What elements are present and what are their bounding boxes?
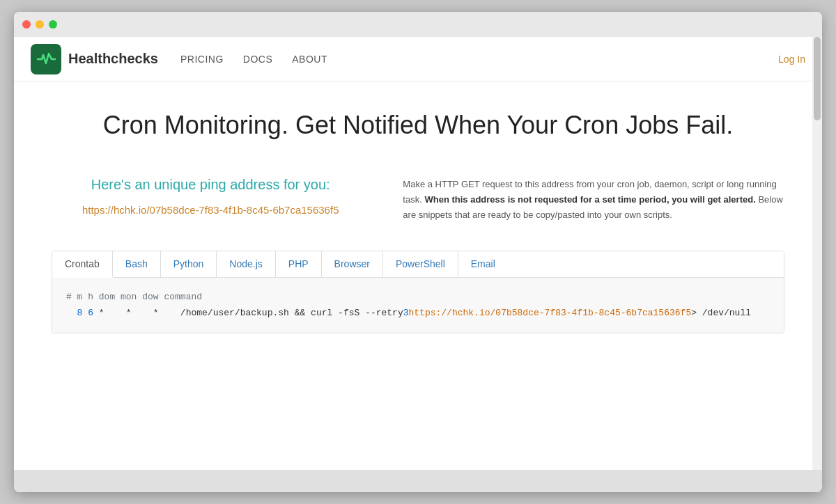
tab-browser[interactable]: Browser — [322, 251, 383, 277]
tab-email[interactable]: Email — [458, 251, 508, 277]
browser-content: Healthchecks PRICING DOCS ABOUT Log In C… — [14, 37, 822, 470]
nav-about[interactable]: ABOUT — [292, 54, 327, 65]
main-content: Cron Monitoring. Get Notified When Your … — [35, 81, 801, 361]
nav-pricing[interactable]: PRICING — [180, 54, 224, 65]
scrollbar-track[interactable] — [812, 37, 822, 470]
code-numbers: 8 6 — [66, 305, 93, 321]
code-command-start: /home/user/backup.sh && curl -fsS --retr… — [180, 305, 403, 321]
code-comment-line: # m h dom mon dow command — [66, 289, 770, 305]
close-button[interactable] — [22, 20, 31, 29]
ping-section: Here's an unique ping address for you: h… — [52, 177, 784, 223]
navbar: Healthchecks PRICING DOCS ABOUT Log In — [14, 37, 822, 81]
tab-powershell[interactable]: PowerShell — [383, 251, 458, 277]
code-url: https://hchk.io/07b58dce-7f83-4f1b-8c45-… — [409, 305, 692, 321]
minimize-button[interactable] — [36, 20, 44, 29]
nav-links: PRICING DOCS ABOUT — [180, 54, 327, 65]
titlebar — [14, 12, 822, 37]
scrollbar-thumb[interactable] — [814, 37, 821, 120]
logo-icon — [31, 44, 61, 74]
code-main-line: 8 6 * * * /home/user/backup.sh && curl -… — [66, 305, 770, 321]
code-retry-num: 3 — [403, 305, 409, 321]
traffic-lights — [22, 20, 57, 29]
ping-label: Here's an unique ping address for you: — [52, 177, 369, 193]
tab-crontab[interactable]: Crontab — [52, 251, 113, 278]
hero-title: Cron Monitoring. Get Notified When Your … — [52, 109, 784, 142]
code-comment: # m h dom mon dow command — [66, 289, 202, 305]
tab-bash[interactable]: Bash — [113, 251, 161, 277]
ping-url[interactable]: https://hchk.io/07b58dce-7f83-4f1b-8c45-… — [52, 204, 369, 216]
bottom-bar — [14, 470, 822, 492]
nav-docs[interactable]: DOCS — [243, 54, 272, 65]
code-redirect: > /dev/null — [691, 305, 751, 321]
ping-desc-bold: When this address is not requested for a… — [424, 194, 755, 205]
tab-python[interactable]: Python — [161, 251, 217, 277]
tab-content-crontab: # m h dom mon dow command 8 6 * * * /hom… — [52, 278, 784, 333]
tabs-header: Crontab Bash Python Node.js PHP Browser … — [52, 251, 784, 278]
browser-window: Healthchecks PRICING DOCS ABOUT Log In C… — [14, 12, 822, 492]
logo-text: Healthchecks — [68, 51, 158, 67]
ping-left: Here's an unique ping address for you: h… — [52, 177, 369, 216]
tabs-section: Crontab Bash Python Node.js PHP Browser … — [52, 251, 784, 333]
logo[interactable]: Healthchecks — [31, 44, 158, 74]
tab-nodejs[interactable]: Node.js — [217, 251, 275, 277]
ping-description: Make a HTTP GET request to this address … — [403, 177, 784, 223]
login-link[interactable]: Log In — [778, 54, 805, 65]
maximize-button[interactable] — [49, 20, 57, 29]
code-stars: * * * — [93, 305, 180, 321]
tab-php[interactable]: PHP — [276, 251, 322, 277]
